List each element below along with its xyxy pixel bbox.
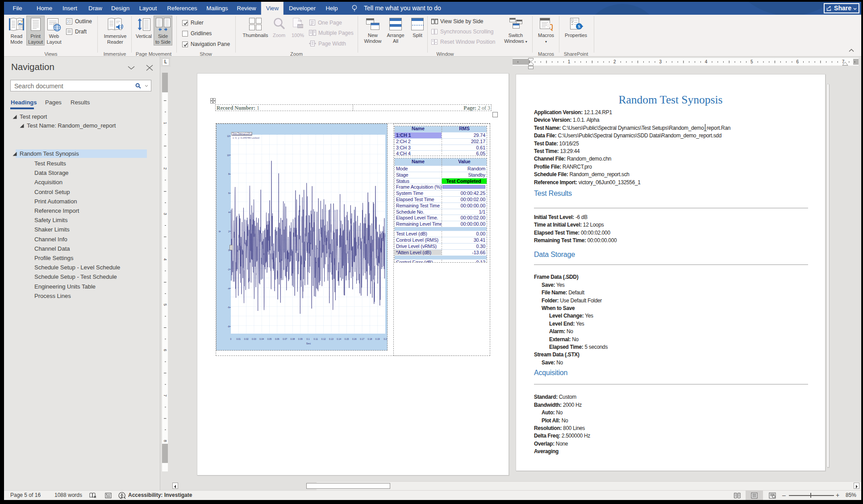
- svg-text:S: S: [578, 24, 580, 29]
- svg-text:4: 4: [163, 258, 167, 260]
- svg-text:7: 7: [163, 394, 167, 397]
- svg-text:6: 6: [163, 349, 167, 351]
- svg-text:1: 1: [163, 122, 167, 124]
- svg-text:8: 8: [163, 440, 167, 442]
- svg-text:2: 2: [613, 59, 616, 64]
- svg-text:3: 3: [163, 213, 167, 215]
- svg-text:5: 5: [163, 304, 167, 306]
- svg-text:5: 5: [750, 59, 753, 64]
- svg-text:6: 6: [796, 59, 799, 64]
- svg-text:1: 1: [568, 59, 571, 64]
- svg-text:4: 4: [705, 59, 708, 64]
- svg-text:100: 100: [298, 25, 303, 28]
- svg-text:2: 2: [163, 167, 167, 169]
- svg-text:3: 3: [659, 59, 662, 64]
